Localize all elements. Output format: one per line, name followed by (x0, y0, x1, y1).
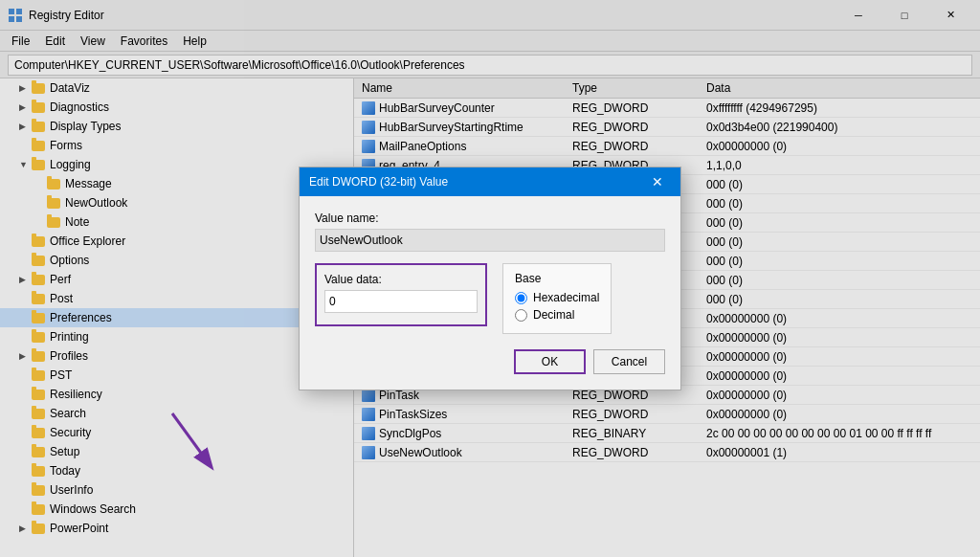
cancel-button[interactable]: Cancel (593, 349, 665, 374)
dialog-body: Value name: Value data: Base Hexadecimal (300, 196, 680, 390)
dialog-overlay: Edit DWORD (32-bit) Value ✕ Value name: … (0, 0, 980, 557)
value-name-input (315, 229, 665, 252)
dialog-main-row: Value data: Base Hexadecimal Decimal (315, 263, 665, 334)
decimal-label: Decimal (533, 308, 574, 322)
dialog-buttons: OK Cancel (315, 349, 665, 374)
value-name-field: Value name: (315, 212, 665, 252)
value-data-section: Value data: (315, 263, 487, 326)
value-name-label: Value name: (315, 212, 665, 225)
decimal-option[interactable]: Decimal (515, 308, 599, 322)
value-data-input[interactable] (324, 290, 478, 313)
value-data-label: Value data: (324, 273, 478, 286)
dialog-titlebar: Edit DWORD (32-bit) Value ✕ (300, 167, 680, 196)
edit-dword-dialog: Edit DWORD (32-bit) Value ✕ Value name: … (299, 167, 681, 390)
dialog-close-button[interactable]: ✕ (644, 168, 671, 195)
hexadecimal-option[interactable]: Hexadecimal (515, 291, 599, 304)
dialog-title: Edit DWORD (32-bit) Value (309, 175, 644, 189)
ok-button[interactable]: OK (514, 349, 586, 374)
base-section: Base Hexadecimal Decimal (502, 263, 612, 334)
base-label: Base (515, 272, 599, 285)
hexadecimal-radio[interactable] (515, 292, 527, 304)
decimal-radio[interactable] (515, 309, 527, 322)
hexadecimal-label: Hexadecimal (533, 291, 599, 304)
